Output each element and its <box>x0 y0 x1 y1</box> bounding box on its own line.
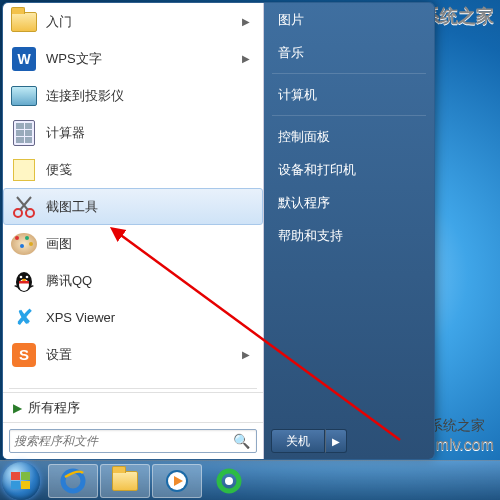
shutdown-options-button[interactable]: ▶ <box>325 429 347 453</box>
qq-penguin-icon <box>10 267 38 295</box>
projector-icon <box>10 82 38 110</box>
app-item-snipping-tool[interactable]: 截图工具 <box>3 188 263 225</box>
chevron-right-icon: ▶ <box>242 16 250 27</box>
separator <box>272 73 426 74</box>
taskbar-ie[interactable] <box>48 464 98 498</box>
ie-icon <box>59 467 87 495</box>
right-item-default-programs[interactable]: 默认程序 <box>264 186 434 219</box>
start-menu-right-column: 图片 音乐 计算机 控制面板 设备和打印机 默认程序 帮助和支持 <box>264 3 434 459</box>
svg-point-15 <box>225 477 233 485</box>
chevron-right-icon: ▶ <box>242 53 250 64</box>
app-item-paint[interactable]: 画图 <box>3 225 263 262</box>
app-label: 便笺 <box>46 161 72 179</box>
search-icon[interactable]: 🔍 <box>231 433 252 449</box>
right-item-computer[interactable]: 计算机 <box>264 78 434 111</box>
right-item-music[interactable]: 音乐 <box>264 36 434 69</box>
shutdown-area: 关机 ▶ <box>271 429 347 453</box>
all-programs[interactable]: ▶ 所有程序 <box>3 392 263 422</box>
calculator-icon <box>10 119 38 147</box>
folder-icon <box>112 471 138 491</box>
search-input[interactable] <box>14 434 231 448</box>
xps-icon: ✘ <box>10 304 38 332</box>
app-label: 腾讯QQ <box>46 272 92 290</box>
app-label: WPS文字 <box>46 50 102 68</box>
app-item-projector[interactable]: 连接到投影仪 <box>3 77 263 114</box>
app-item-getting-started[interactable]: 入门 ▶ <box>3 3 263 40</box>
app-label: XPS Viewer <box>46 310 115 325</box>
right-item-control-panel[interactable]: 控制面板 <box>264 120 434 153</box>
search-bar: 🔍 <box>3 422 263 459</box>
scissors-icon <box>10 193 38 221</box>
app-list: 入门 ▶ W WPS文字 ▶ 连接到投影仪 计算器 便笺 <box>3 3 263 385</box>
app-label: 连接到投影仪 <box>46 87 124 105</box>
chevron-right-icon: ▶ <box>242 349 250 360</box>
app-item-qq[interactable]: 腾讯QQ <box>3 262 263 299</box>
taskbar-360browser[interactable] <box>204 464 254 498</box>
start-button[interactable] <box>2 462 46 500</box>
start-menu: 入门 ▶ W WPS文字 ▶ 连接到投影仪 计算器 便笺 <box>2 2 435 460</box>
app-item-wps[interactable]: W WPS文字 ▶ <box>3 40 263 77</box>
app-item-sogou-settings[interactable]: S 设置 ▶ <box>3 336 263 373</box>
taskbar-explorer[interactable] <box>100 464 150 498</box>
app-item-stickynotes[interactable]: 便笺 <box>3 151 263 188</box>
svg-point-6 <box>20 275 23 278</box>
svg-point-8 <box>22 278 26 280</box>
windows-flag-icon <box>11 472 31 490</box>
start-menu-left-column: 入门 ▶ W WPS文字 ▶ 连接到投影仪 计算器 便笺 <box>3 3 264 459</box>
svg-rect-9 <box>19 281 29 284</box>
app-item-xps[interactable]: ✘ XPS Viewer <box>3 299 263 336</box>
separator <box>9 388 257 389</box>
app-label: 设置 <box>46 346 72 364</box>
all-programs-label: 所有程序 <box>28 399 80 417</box>
right-item-pictures[interactable]: 图片 <box>264 3 434 36</box>
wps-icon: W <box>10 45 38 73</box>
folder-icon <box>10 8 38 36</box>
right-item-help[interactable]: 帮助和支持 <box>264 219 434 252</box>
triangle-right-icon: ▶ <box>13 401 22 415</box>
svg-point-7 <box>26 275 29 278</box>
search-box[interactable]: 🔍 <box>9 429 257 453</box>
app-label: 入门 <box>46 13 72 31</box>
sticky-note-icon <box>10 156 38 184</box>
app-item-calculator[interactable]: 计算器 <box>3 114 263 151</box>
app-label: 画图 <box>46 235 72 253</box>
right-item-devices[interactable]: 设备和打印机 <box>264 153 434 186</box>
shutdown-button[interactable]: 关机 <box>271 429 325 453</box>
separator <box>272 115 426 116</box>
sogou-icon: S <box>10 341 38 369</box>
app-label: 截图工具 <box>46 198 98 216</box>
palette-icon <box>10 230 38 258</box>
app-label: 计算器 <box>46 124 85 142</box>
taskbar[interactable] <box>0 460 500 500</box>
media-player-icon <box>164 468 190 494</box>
browser-360-icon <box>215 467 243 495</box>
taskbar-mediaplayer[interactable] <box>152 464 202 498</box>
